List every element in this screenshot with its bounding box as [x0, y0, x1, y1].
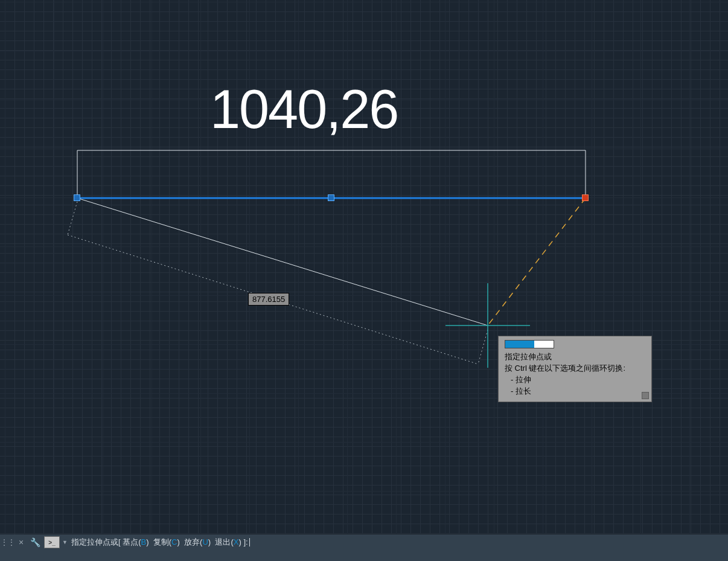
tooltip-line1: 指定拉伸点或	[505, 351, 645, 362]
close-icon[interactable]: ×	[19, 537, 24, 547]
chevron-down-icon[interactable]: ▼	[62, 539, 68, 545]
command-option-copy[interactable]: 复制(C)	[153, 537, 180, 547]
tooltip-option-lengthen[interactable]: - 拉长	[505, 385, 645, 397]
commandline-icon[interactable]: >_	[44, 536, 60, 548]
dynamic-dimension-box: 877.6155	[248, 293, 289, 306]
status-bar	[0, 550, 728, 561]
grip-endpoint-left[interactable]	[74, 194, 80, 201]
pin-icon[interactable]: ⋮⋮	[1, 538, 15, 547]
tooltip-option-stretch[interactable]: - 拉伸	[505, 374, 645, 385]
grip-midpoint[interactable]	[328, 194, 334, 201]
tooltip-resize-icon	[642, 392, 649, 399]
command-option-undo[interactable]: 放弃(U)	[184, 537, 211, 547]
customize-icon[interactable]: 🔧	[30, 537, 40, 547]
dynamic-input-field[interactable]	[505, 340, 554, 348]
drawing-canvas[interactable]: 1040,26 877.6155 指定拉伸点或 按 Ctrl 键在以下选项之间循…	[0, 0, 728, 561]
text-cursor	[249, 538, 250, 547]
tooltip-line2: 按 Ctrl 键在以下选项之间循环切换:	[505, 362, 645, 374]
command-options: [ 基点(B) 复制(C) 放弃(U) 退出(X) ]:	[118, 537, 248, 548]
command-prompt-text: 指定拉伸点或	[71, 537, 118, 548]
dynamic-input-tooltip: 指定拉伸点或 按 Ctrl 键在以下选项之间循环切换: - 拉伸 - 拉长	[498, 336, 652, 402]
grip-endpoint-right-active[interactable]	[582, 194, 589, 201]
command-option-exit[interactable]: 退出(X)	[215, 537, 241, 547]
command-bar[interactable]: 🔧 >_ ▼ 指定拉伸点或 [ 基点(B) 复制(C) 放弃(U) 退出(X) …	[24, 534, 728, 550]
commandbar-left-controls: ⋮⋮ ×	[0, 534, 24, 550]
dimension-text: 1040,26	[210, 79, 398, 141]
command-option-base[interactable]: 基点(B)	[123, 537, 148, 547]
